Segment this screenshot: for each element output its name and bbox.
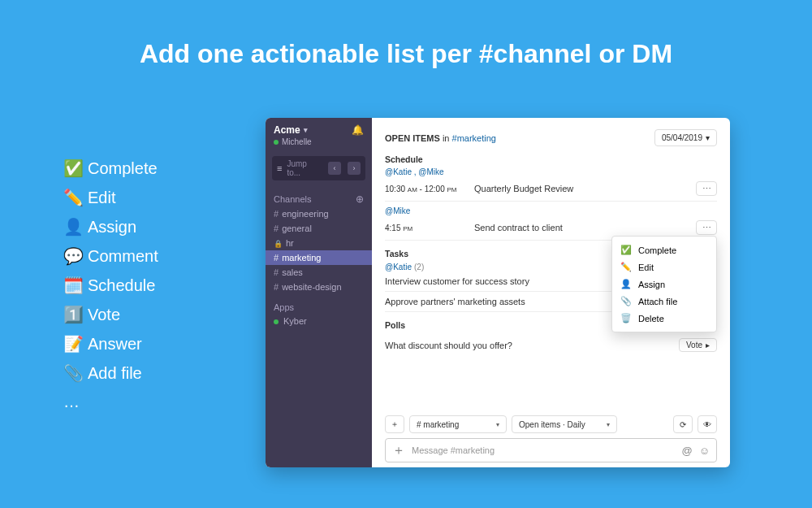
- channel-label: hr: [286, 238, 294, 248]
- speech-icon: 💬: [63, 246, 88, 266]
- app-label: Kyber: [283, 316, 307, 326]
- menu-label: Assign: [638, 280, 665, 289]
- mention-icon[interactable]: @: [682, 445, 693, 457]
- view-filter-select[interactable]: Open items · Daily▾: [512, 415, 617, 433]
- feature-label: Schedule: [88, 276, 155, 295]
- menu-delete[interactable]: 🗑️Delete: [612, 310, 716, 327]
- bell-icon[interactable]: 🔔: [352, 124, 364, 136]
- channel-filter-select[interactable]: # marketing▾: [409, 415, 507, 433]
- channel-label: general: [282, 224, 312, 233]
- row-more-button[interactable]: ⋯: [696, 220, 717, 235]
- channel-link[interactable]: #marketing: [452, 133, 496, 143]
- refresh-button[interactable]: ⟳: [673, 415, 693, 433]
- channel-main: OPEN ITEMS in #marketing 05/04/2019 ▾ Sc…: [372, 118, 730, 467]
- calendar-icon: 🗓️: [63, 276, 88, 295]
- lock-icon: 🔒: [274, 240, 283, 248]
- schedule-title: Quarterly Budget Review: [474, 184, 696, 193]
- jump-to-input[interactable]: ≡ Jump to... ‹ ›: [272, 156, 365, 180]
- check-icon: ✅: [63, 158, 88, 178]
- row-more-button[interactable]: ⋯: [696, 181, 717, 196]
- team-name: Acme: [274, 124, 300, 136]
- ellipsis-icon: …: [63, 393, 88, 411]
- filter-value: # marketing: [417, 420, 459, 429]
- hash-icon: #: [274, 224, 279, 233]
- memo-icon: 📝: [63, 334, 88, 354]
- feature-item: 📝Answer: [63, 334, 158, 354]
- page-headline: Add one actionable list per #channel or …: [0, 0, 812, 69]
- channels-header[interactable]: Channels ⊕: [266, 185, 372, 206]
- sidebar-item-marketing[interactable]: #marketing: [266, 250, 372, 265]
- schedule-time: 4:15 PM: [385, 224, 474, 232]
- workspace-sidebar: Acme ▾ 🔔 Michelle ≡ Jump to... ‹ › Chann…: [266, 118, 372, 467]
- menu-assign[interactable]: 👤Assign: [612, 276, 716, 293]
- hash-icon: #: [274, 209, 279, 219]
- apps-header-label: Apps: [274, 302, 294, 312]
- feature-label: Add file: [88, 364, 142, 383]
- emoji-icon[interactable]: ☺: [699, 445, 710, 457]
- channel-label: engineering: [282, 209, 329, 219]
- jump-icon: ≡: [277, 163, 282, 173]
- feature-item: 👤Assign: [63, 217, 158, 237]
- sidebar-item-general[interactable]: #general: [266, 221, 372, 236]
- history-back-button[interactable]: ‹: [328, 162, 341, 175]
- jump-placeholder: Jump to...: [287, 159, 322, 177]
- history-forward-button[interactable]: ›: [348, 162, 361, 175]
- channel-label: website-design: [282, 282, 341, 292]
- check-icon: ✅: [620, 245, 632, 255]
- tasks-count: (2): [414, 263, 424, 271]
- sidebar-item-engineering[interactable]: #engineering: [266, 206, 372, 221]
- sidebar-item-website-design[interactable]: #website-design: [266, 280, 372, 294]
- message-composer[interactable]: ＋ Message #marketing @ ☺: [385, 438, 717, 462]
- poll-question: What discount should you offer?: [385, 341, 679, 350]
- chevron-down-icon: ▾: [706, 133, 710, 142]
- feature-label: Answer: [88, 335, 142, 354]
- feature-item: 💬Comment: [63, 246, 158, 266]
- feature-item: ✅Complete: [63, 158, 158, 178]
- add-channel-button[interactable]: ⊕: [356, 193, 364, 205]
- schedule-time: 10:30 AM - 12:00 PM: [385, 185, 474, 193]
- add-item-button[interactable]: ＋: [385, 415, 404, 433]
- trash-icon: 🗑️: [620, 313, 632, 323]
- date-value: 05/04/2019: [662, 133, 702, 142]
- pencil-icon: ✏️: [63, 188, 88, 207]
- hash-icon: #: [274, 267, 279, 277]
- schedule-mentions[interactable]: @Katie , @Mike: [385, 167, 717, 176]
- apps-header[interactable]: Apps: [266, 294, 372, 314]
- visibility-button[interactable]: 👁: [698, 415, 717, 433]
- one-icon: 1️⃣: [63, 305, 88, 324]
- sidebar-item-hr[interactable]: 🔒hr: [266, 236, 372, 250]
- channel-label: marketing: [282, 253, 321, 263]
- menu-label: Complete: [638, 245, 676, 255]
- row-actions-menu: ✅Complete ✏️Edit 👤Assign 📎Attach file 🗑️…: [611, 236, 717, 332]
- feature-item: ✏️Edit: [63, 188, 158, 207]
- chevron-right-icon: ▸: [706, 341, 710, 350]
- menu-label: Edit: [638, 263, 654, 272]
- vote-button[interactable]: Vote▸: [679, 338, 717, 352]
- menu-label: Delete: [638, 314, 664, 323]
- hash-icon: #: [274, 282, 279, 292]
- menu-edit[interactable]: ✏️Edit: [612, 258, 716, 276]
- schedule-section-header: Schedule: [385, 154, 717, 164]
- feature-label: Vote: [88, 306, 120, 324]
- menu-complete[interactable]: ✅Complete: [612, 241, 716, 258]
- paperclip-icon: 📎: [620, 296, 632, 306]
- chevron-down-icon: ▾: [490, 421, 499, 428]
- presence-dot-icon: [274, 319, 279, 324]
- menu-label: Attach file: [638, 297, 677, 306]
- sidebar-item-sales[interactable]: #sales: [266, 265, 372, 280]
- user-name: Michelle: [282, 137, 312, 146]
- current-user[interactable]: Michelle: [274, 137, 364, 146]
- menu-attach-file[interactable]: 📎Attach file: [612, 293, 716, 310]
- composer-placeholder: Message #marketing: [412, 445, 495, 455]
- presence-dot-icon: [274, 140, 279, 145]
- poll-row: What discount should you offer? Vote▸: [385, 333, 717, 357]
- attach-button[interactable]: ＋: [392, 442, 405, 459]
- slack-window: Acme ▾ 🔔 Michelle ≡ Jump to... ‹ › Chann…: [266, 118, 730, 467]
- feature-label: Comment: [88, 247, 158, 266]
- team-switcher[interactable]: Acme ▾ 🔔: [274, 124, 364, 136]
- sidebar-item-kyber[interactable]: Kyber: [266, 314, 372, 328]
- date-picker[interactable]: 05/04/2019 ▾: [654, 129, 717, 146]
- refresh-icon: ⟳: [680, 420, 686, 429]
- feature-item-more: …: [63, 393, 158, 411]
- schedule-mentions[interactable]: @Mike: [385, 206, 717, 215]
